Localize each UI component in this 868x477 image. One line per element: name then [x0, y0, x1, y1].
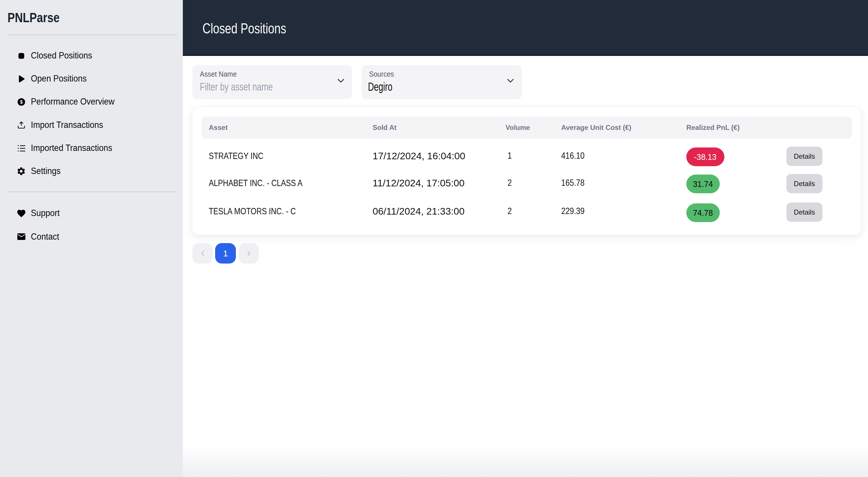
svg-text:$: $ [20, 99, 23, 105]
